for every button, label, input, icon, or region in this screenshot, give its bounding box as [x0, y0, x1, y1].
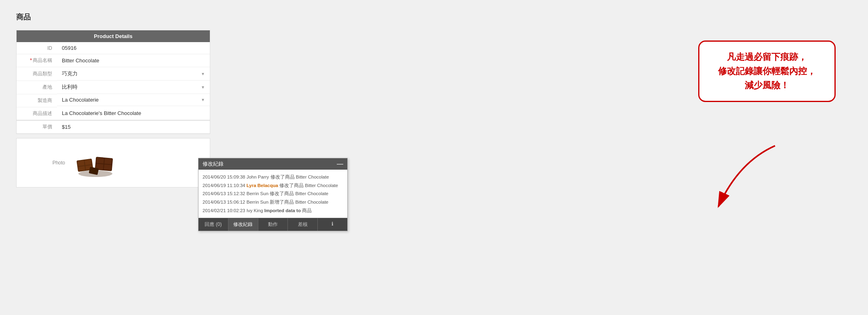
- field-label-manufacturer: 製造商: [17, 94, 57, 107]
- tab-diff[interactable]: 差核: [288, 218, 318, 231]
- field-label-origin: 產地: [17, 81, 57, 94]
- mod-record-body: 2014/06/20 15:09:38 John Parry 修改了商品 Bit…: [199, 170, 347, 218]
- tab-mod-record[interactable]: 修改紀錄: [228, 218, 258, 231]
- field-label-id: ID: [17, 42, 57, 54]
- list-item: 2014/06/19 11:10:34 Lyra Belacqua 修改了商品 …: [203, 181, 343, 190]
- table-row: ID 05916: [17, 42, 210, 54]
- photo-label: Photo: [25, 160, 65, 166]
- table-row: 商品類型 巧克力 ▼: [17, 67, 210, 81]
- photo-section: Photo: [16, 138, 210, 187]
- timestamp: 2014/06/13 15:12:32: [203, 191, 245, 196]
- tab-actions[interactable]: 動作: [258, 218, 288, 231]
- timestamp: 2014/02/21 10:02:23: [203, 208, 245, 213]
- svg-rect-2: [77, 160, 84, 166]
- required-asterisk: *: [30, 57, 32, 63]
- field-label-name: *商品名稱: [17, 54, 57, 67]
- table-row: 製造商 La Chocolaterie ▼: [17, 94, 210, 107]
- field-value-id: 05916: [57, 42, 210, 54]
- bold-text: Imported data to: [264, 208, 301, 213]
- minimize-button[interactable]: —: [337, 161, 343, 167]
- callout-text: 凡走過必留下痕跡， 修改記錄讓你輕鬆內控， 減少風險！: [710, 50, 824, 93]
- tab-info[interactable]: ℹ: [318, 218, 347, 231]
- field-value-type[interactable]: 巧克力 ▼: [57, 67, 210, 81]
- product-panel: Product Details ID 05916 *商品名稱 Bitter Ch…: [16, 30, 210, 134]
- mod-record-footer: 回應 (0) 修改紀錄 動作 差核 ℹ: [199, 218, 347, 231]
- page-title: 商品: [16, 12, 852, 22]
- field-value-desc: La Chocolaterie's Bitter Chocolate: [57, 107, 210, 120]
- tab-replies[interactable]: 回應 (0): [199, 218, 228, 231]
- price-label: 單價: [17, 120, 57, 134]
- svg-rect-8: [104, 158, 112, 164]
- list-item: 2014/06/13 15:12:32 Berrin Sun 修改了商品 Bit…: [203, 189, 343, 198]
- photo-image: [71, 147, 120, 179]
- list-item: 2014/02/21 10:02:23 Ivy King Imported da…: [203, 206, 343, 215]
- table-row: *商品名稱 Bitter Chocolate: [17, 54, 210, 67]
- panel-header: Product Details: [17, 30, 210, 42]
- field-value-origin[interactable]: 比利時 ▼: [57, 81, 210, 94]
- chevron-down-icon: ▼: [201, 98, 205, 102]
- table-row: 商品描述 La Chocolaterie's Bitter Chocolate: [17, 107, 210, 120]
- mod-record-header: 修改紀錄 —: [199, 158, 347, 170]
- mod-record-popup: 修改紀錄 — 2014/06/20 15:09:38 John Parry 修改…: [198, 158, 348, 231]
- svg-rect-3: [84, 160, 92, 165]
- price-row: 單價 $15: [17, 120, 210, 134]
- chevron-down-icon: ▼: [201, 72, 205, 76]
- highlight-name: Lyra Belacqua: [247, 183, 278, 188]
- list-item: 2014/06/20 15:09:38 John Parry 修改了商品 Bit…: [203, 173, 343, 181]
- field-value-name: Bitter Chocolate: [57, 54, 210, 67]
- timestamp: 2014/06/20 15:09:38: [203, 175, 245, 179]
- timestamp: 2014/06/13 15:06:12: [203, 200, 245, 204]
- timestamp: 2014/06/19 11:10:34: [203, 183, 245, 188]
- field-label-type: 商品類型: [17, 67, 57, 81]
- chocolate-svg: [73, 147, 118, 178]
- chevron-down-icon: ▼: [201, 85, 205, 89]
- price-value: $15: [57, 120, 210, 134]
- callout-box: 凡走過必留下痕跡， 修改記錄讓你輕鬆內控， 減少風險！: [698, 40, 836, 102]
- page-wrapper: 商品 Product Details ID 05916 *商品名稱 Bitter…: [0, 0, 868, 315]
- arrow-svg: [706, 138, 787, 219]
- field-value-manufacturer[interactable]: La Chocolaterie ▼: [57, 94, 210, 106]
- svg-rect-10: [104, 164, 112, 170]
- product-table: ID 05916 *商品名稱 Bitter Chocolate 商品類型 巧克力…: [17, 42, 210, 134]
- mod-record-title: 修改紀錄: [203, 160, 224, 168]
- table-row: 產地 比利時 ▼: [17, 81, 210, 94]
- list-item: 2014/06/13 15:06:12 Berrin Sun 新增了商品 Bit…: [203, 198, 343, 206]
- svg-rect-7: [96, 158, 104, 164]
- field-label-desc: 商品描述: [17, 107, 57, 120]
